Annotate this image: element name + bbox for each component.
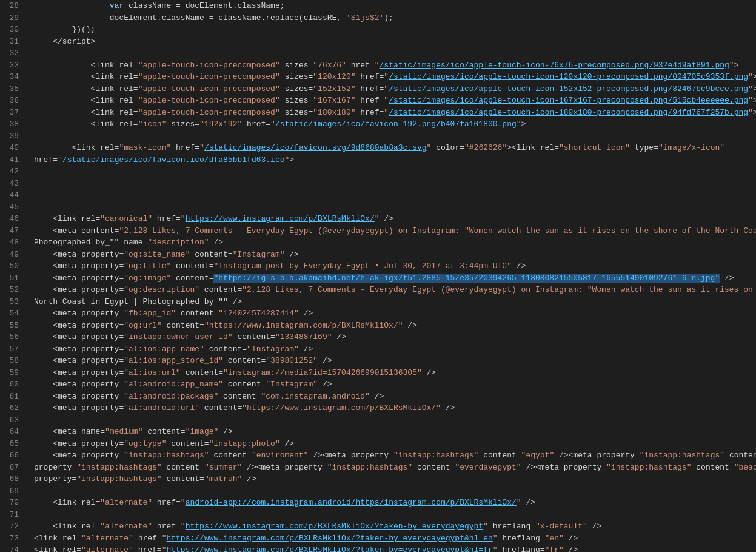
line-number: 51 bbox=[5, 272, 19, 284]
line-number: 43 bbox=[5, 178, 19, 190]
line-number: 31 bbox=[5, 36, 19, 48]
code-line bbox=[34, 201, 756, 214]
code-line: })(); bbox=[34, 24, 756, 36]
line-number: 72 bbox=[5, 520, 19, 533]
code-line: <meta property="og:title" content="Insta… bbox=[34, 260, 756, 272]
line-number: 53 bbox=[5, 296, 19, 308]
code-line: <meta property="instapp:owner_user_id" c… bbox=[34, 331, 756, 343]
code-viewer: 2829303132333435363738394041424344454647… bbox=[0, 0, 756, 552]
code-line: <meta property="al:ios:app_store_id" con… bbox=[34, 355, 756, 367]
code-line: <link rel="alternate" href="https://www.… bbox=[34, 544, 756, 552]
code-line: <meta property="fb:app_id" content="1240… bbox=[34, 308, 756, 320]
code-line: <link rel="apple-touch-icon-precomposed"… bbox=[34, 95, 756, 107]
line-number: 32 bbox=[5, 47, 19, 59]
line-number: 60 bbox=[5, 379, 19, 391]
code-line: <link rel="alternate" href="https://www.… bbox=[34, 533, 756, 545]
line-number: 74 bbox=[5, 544, 19, 552]
code-line: <link rel="alternate" href="https://www.… bbox=[34, 520, 756, 533]
line-number: 45 bbox=[5, 201, 19, 214]
line-number: 66 bbox=[5, 449, 19, 462]
line-number: 44 bbox=[5, 189, 19, 201]
code-line bbox=[34, 166, 756, 178]
code-content[interactable]: var className = docElement.className; do… bbox=[24, 0, 756, 552]
line-number: 55 bbox=[5, 320, 19, 332]
code-line bbox=[34, 189, 756, 201]
code-line: href="/static/images/ico/favicon.ico/dfa… bbox=[34, 154, 756, 166]
line-number: 58 bbox=[5, 355, 19, 367]
code-line bbox=[34, 47, 756, 59]
line-number: 61 bbox=[5, 391, 19, 403]
line-number-gutter: 2829303132333435363738394041424344454647… bbox=[0, 0, 24, 552]
code-line: <meta property="al:android:package" cont… bbox=[34, 391, 756, 403]
code-line bbox=[34, 130, 756, 143]
code-line: property="instapp:hashtags" content="mat… bbox=[34, 473, 756, 485]
code-line: <meta property="og:site_name" content="I… bbox=[34, 249, 756, 261]
code-line: North Coast in Egypt | Photographed by_"… bbox=[34, 296, 756, 308]
code-line: <meta property="al:ios:app_name" content… bbox=[34, 343, 756, 355]
code-line: <link rel="apple-touch-icon-precomposed"… bbox=[34, 59, 756, 72]
code-line: <meta property="og:url" content="https:/… bbox=[34, 320, 756, 332]
line-number: 68 bbox=[5, 473, 19, 485]
code-line bbox=[34, 178, 756, 190]
code-line: property="instapp:hashtags" content="sum… bbox=[34, 462, 756, 474]
line-number: 39 bbox=[5, 130, 19, 143]
line-number: 29 bbox=[5, 12, 19, 24]
line-number: 46 bbox=[5, 213, 19, 225]
line-number: 65 bbox=[5, 438, 19, 450]
line-number: 69 bbox=[5, 485, 19, 497]
code-line: Photographed by_"" name="description" /> bbox=[34, 237, 756, 249]
code-line: <meta property="og:image" content="https… bbox=[34, 272, 756, 284]
code-line: <link rel="mask-icon" href="/static/imag… bbox=[34, 142, 756, 154]
line-number: 70 bbox=[5, 497, 19, 509]
code-line: <meta content="2,128 Likes, 7 Comments -… bbox=[34, 225, 756, 237]
line-number: 57 bbox=[5, 343, 19, 355]
line-number: 59 bbox=[5, 367, 19, 379]
code-line bbox=[34, 485, 756, 497]
line-number: 28 bbox=[5, 0, 19, 12]
code-line: <link rel="apple-touch-icon-precomposed"… bbox=[34, 71, 756, 83]
line-number: 47 bbox=[5, 225, 19, 237]
line-number: 71 bbox=[5, 509, 19, 521]
line-number: 64 bbox=[5, 426, 19, 438]
code-line: </script> bbox=[34, 36, 756, 48]
code-line: <meta property="al:ios:url" content="ins… bbox=[34, 367, 756, 379]
line-number: 36 bbox=[5, 95, 19, 107]
code-line bbox=[34, 509, 756, 521]
code-line: <meta property="og:type" content="instap… bbox=[34, 438, 756, 450]
line-number: 34 bbox=[5, 71, 19, 83]
code-line: <link rel="apple-touch-icon-precomposed"… bbox=[34, 107, 756, 119]
line-number: 56 bbox=[5, 331, 19, 343]
code-line: <meta property="al:android:url" content=… bbox=[34, 402, 756, 414]
line-number: 48 bbox=[5, 237, 19, 249]
line-number: 30 bbox=[5, 24, 19, 36]
code-line: <link rel="icon" sizes="192x192" href="/… bbox=[34, 118, 756, 130]
code-line bbox=[34, 414, 756, 426]
line-number: 35 bbox=[5, 83, 19, 95]
code-line: <meta property="og:description" content=… bbox=[34, 284, 756, 296]
line-number: 73 bbox=[5, 533, 19, 545]
line-number: 40 bbox=[5, 142, 19, 154]
line-number: 52 bbox=[5, 284, 19, 296]
line-number: 49 bbox=[5, 249, 19, 261]
code-line: var className = docElement.className; bbox=[34, 0, 756, 12]
line-number: 54 bbox=[5, 308, 19, 320]
line-number: 38 bbox=[5, 118, 19, 130]
line-number: 62 bbox=[5, 402, 19, 414]
line-number: 67 bbox=[5, 462, 19, 474]
line-number: 63 bbox=[5, 414, 19, 426]
line-number: 50 bbox=[5, 260, 19, 272]
code-line: <meta property="al:android:app_name" con… bbox=[34, 379, 756, 391]
code-line: <link rel="apple-touch-icon-precomposed"… bbox=[34, 83, 756, 95]
line-number: 42 bbox=[5, 166, 19, 178]
line-number: 37 bbox=[5, 107, 19, 119]
code-line: <meta property="instapp:hashtags" conten… bbox=[34, 449, 756, 462]
code-line: <link rel="canonical" href="https://www.… bbox=[34, 213, 756, 225]
line-number: 33 bbox=[5, 59, 19, 72]
code-line: <link rel="alternate" href="android-app:… bbox=[34, 497, 756, 509]
code-line: docElement.className = className.replace… bbox=[34, 12, 756, 24]
line-number: 41 bbox=[5, 154, 19, 166]
code-line: <meta name="medium" content="image" /> bbox=[34, 426, 756, 438]
